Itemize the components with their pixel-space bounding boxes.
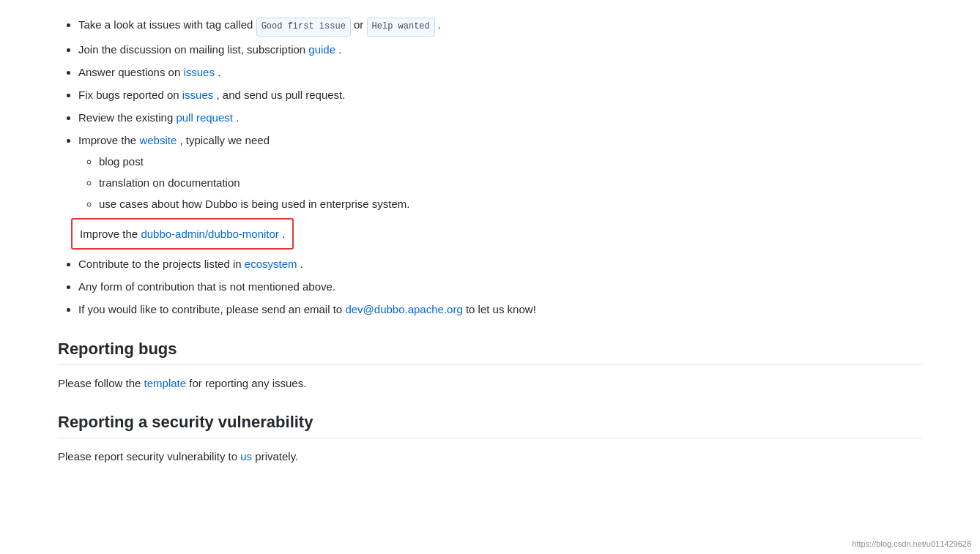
list-item-mailing: Join the discussion on mailing list, sub…: [78, 40, 922, 59]
item1-text-before: Take a look at issues with tag called: [78, 18, 256, 31]
list-item-email: If you would like to contribute, please …: [78, 299, 922, 319]
bugs-text-after: for reporting any issues.: [189, 377, 306, 389]
us-link[interactable]: us: [240, 450, 252, 463]
item7-text-before: Improve the: [80, 228, 141, 240]
item10-text-before: If you would like to contribute, please …: [78, 303, 345, 315]
item6-text-before: Improve the: [78, 134, 139, 146]
item5-text-after: .: [236, 111, 239, 124]
highlighted-box: Improve the dubbo-admin/dubbo-monitor .: [71, 218, 294, 250]
bugs-text-before: Please follow the: [58, 377, 144, 389]
pull-request-link[interactable]: pull request: [176, 111, 233, 124]
security-text-after: privately.: [255, 450, 298, 463]
reporting-security-heading: Reporting a security vulnerability: [58, 413, 922, 438]
good-first-issue-badge: Good first issue: [256, 18, 351, 37]
item3-text-before: Answer questions on: [78, 66, 183, 78]
item2-text-before: Join the discussion on mailing list, sub…: [78, 43, 308, 56]
reporting-bugs-text: Please follow the template for reporting…: [58, 374, 922, 393]
list-item-improve-website: Improve the website , typically we need …: [78, 130, 922, 214]
item7-text-after: .: [282, 228, 285, 240]
list-item-tags: Take a look at issues with tag called Go…: [78, 15, 922, 37]
list-item-review-pr: Review the existing pull request .: [78, 108, 922, 127]
reporting-bugs-heading: Reporting bugs: [58, 340, 922, 365]
security-text-before: Please report security vulnerability to: [58, 450, 240, 463]
list-item-improve-dubbo-admin-wrapper: Improve the dubbo-admin/dubbo-monitor .: [58, 217, 922, 251]
ecosystem-link[interactable]: ecosystem: [245, 258, 297, 270]
list-item-answer-questions: Answer questions on issues .: [78, 62, 922, 82]
email-link[interactable]: dev@dubbo.apache.org: [345, 303, 462, 315]
list-item-ecosystem: Contribute to the projects listed in eco…: [78, 254, 922, 274]
dubbo-admin-link[interactable]: dubbo-admin/dubbo-monitor: [141, 228, 278, 240]
main-list: Take a look at issues with tag called Go…: [58, 15, 922, 319]
reporting-security-text: Please report security vulnerability to …: [58, 447, 922, 466]
issues-link-2[interactable]: issues: [182, 89, 214, 101]
issues-link-1[interactable]: issues: [183, 66, 215, 78]
sub-list-website: blog post translation on documentation u…: [78, 151, 922, 214]
item4-text-before: Fix bugs reported on: [78, 89, 182, 101]
template-link[interactable]: template: [144, 377, 187, 389]
help-wanted-badge: Help wanted: [367, 18, 435, 37]
sub-item-blog: blog post: [99, 151, 922, 171]
item8-text-before: Contribute to the projects listed in: [78, 258, 245, 270]
item4-text-after: , and send us pull request.: [216, 89, 345, 101]
list-item-any-contribution: Any form of contribution that is not men…: [78, 277, 922, 296]
item5-text-before: Review the existing: [78, 111, 176, 124]
item8-text-after: .: [300, 258, 303, 270]
sub-item-translation: translation on documentation: [99, 173, 922, 192]
item1-text-middle: or: [354, 18, 367, 31]
item3-text-after: .: [218, 66, 220, 78]
list-item-fix-bugs: Fix bugs reported on issues , and send u…: [78, 85, 922, 105]
guide-link[interactable]: guide: [308, 43, 335, 56]
sub-item-use-cases: use cases about how Dubbo is being used …: [99, 194, 922, 214]
website-link[interactable]: website: [139, 134, 177, 146]
item9-text: Any form of contribution that is not men…: [78, 280, 335, 293]
watermark: https://blog.csdn.net/u011429628: [852, 539, 971, 548]
item2-text-after: .: [338, 43, 341, 56]
item6-text-after: , typically we need: [179, 134, 270, 146]
item10-text-after: to let us know!: [466, 303, 536, 315]
item1-text-after: .: [438, 18, 441, 31]
page-container: Take a look at issues with tag called Go…: [29, 0, 951, 495]
